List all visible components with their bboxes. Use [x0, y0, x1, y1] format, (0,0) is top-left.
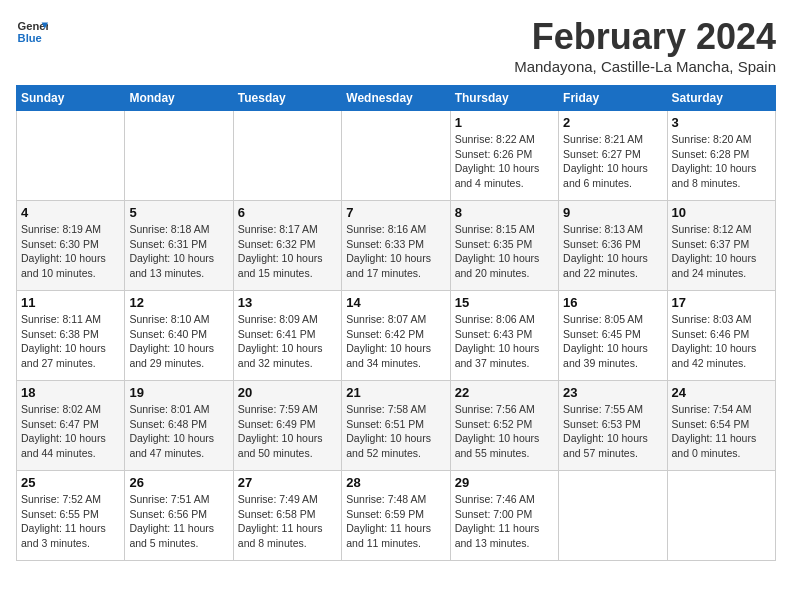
calendar-cell: 9Sunrise: 8:13 AM Sunset: 6:36 PM Daylig…: [559, 201, 667, 291]
calendar-cell: 4Sunrise: 8:19 AM Sunset: 6:30 PM Daylig…: [17, 201, 125, 291]
weekday-header: Wednesday: [342, 86, 450, 111]
calendar-table: SundayMondayTuesdayWednesdayThursdayFrid…: [16, 85, 776, 561]
calendar-cell: 20Sunrise: 7:59 AM Sunset: 6:49 PM Dayli…: [233, 381, 341, 471]
calendar-cell: 16Sunrise: 8:05 AM Sunset: 6:45 PM Dayli…: [559, 291, 667, 381]
day-number: 29: [455, 475, 554, 490]
calendar-cell: 21Sunrise: 7:58 AM Sunset: 6:51 PM Dayli…: [342, 381, 450, 471]
calendar-cell: 12Sunrise: 8:10 AM Sunset: 6:40 PM Dayli…: [125, 291, 233, 381]
day-info: Sunrise: 7:51 AM Sunset: 6:56 PM Dayligh…: [129, 492, 228, 551]
day-info: Sunrise: 7:46 AM Sunset: 7:00 PM Dayligh…: [455, 492, 554, 551]
day-number: 26: [129, 475, 228, 490]
day-info: Sunrise: 8:12 AM Sunset: 6:37 PM Dayligh…: [672, 222, 771, 281]
day-info: Sunrise: 7:55 AM Sunset: 6:53 PM Dayligh…: [563, 402, 662, 461]
calendar-cell: 29Sunrise: 7:46 AM Sunset: 7:00 PM Dayli…: [450, 471, 558, 561]
day-number: 24: [672, 385, 771, 400]
calendar-cell: 17Sunrise: 8:03 AM Sunset: 6:46 PM Dayli…: [667, 291, 775, 381]
day-number: 28: [346, 475, 445, 490]
calendar-cell: 8Sunrise: 8:15 AM Sunset: 6:35 PM Daylig…: [450, 201, 558, 291]
day-number: 6: [238, 205, 337, 220]
weekday-header: Monday: [125, 86, 233, 111]
calendar-cell: 13Sunrise: 8:09 AM Sunset: 6:41 PM Dayli…: [233, 291, 341, 381]
calendar-cell: 28Sunrise: 7:48 AM Sunset: 6:59 PM Dayli…: [342, 471, 450, 561]
weekday-header: Sunday: [17, 86, 125, 111]
header: General Blue February 2024 Mandayona, Ca…: [16, 16, 776, 75]
day-number: 15: [455, 295, 554, 310]
day-number: 7: [346, 205, 445, 220]
day-number: 20: [238, 385, 337, 400]
day-info: Sunrise: 8:19 AM Sunset: 6:30 PM Dayligh…: [21, 222, 120, 281]
weekday-header-row: SundayMondayTuesdayWednesdayThursdayFrid…: [17, 86, 776, 111]
day-number: 27: [238, 475, 337, 490]
day-info: Sunrise: 8:15 AM Sunset: 6:35 PM Dayligh…: [455, 222, 554, 281]
calendar-cell: 25Sunrise: 7:52 AM Sunset: 6:55 PM Dayli…: [17, 471, 125, 561]
day-info: Sunrise: 7:59 AM Sunset: 6:49 PM Dayligh…: [238, 402, 337, 461]
day-number: 5: [129, 205, 228, 220]
calendar-cell: 27Sunrise: 7:49 AM Sunset: 6:58 PM Dayli…: [233, 471, 341, 561]
calendar-cell: 22Sunrise: 7:56 AM Sunset: 6:52 PM Dayli…: [450, 381, 558, 471]
calendar-cell: 23Sunrise: 7:55 AM Sunset: 6:53 PM Dayli…: [559, 381, 667, 471]
day-info: Sunrise: 7:56 AM Sunset: 6:52 PM Dayligh…: [455, 402, 554, 461]
calendar-cell: 3Sunrise: 8:20 AM Sunset: 6:28 PM Daylig…: [667, 111, 775, 201]
weekday-header: Saturday: [667, 86, 775, 111]
day-number: 9: [563, 205, 662, 220]
logo-icon: General Blue: [16, 16, 48, 48]
calendar-cell: 10Sunrise: 8:12 AM Sunset: 6:37 PM Dayli…: [667, 201, 775, 291]
calendar-cell: [233, 111, 341, 201]
day-info: Sunrise: 7:49 AM Sunset: 6:58 PM Dayligh…: [238, 492, 337, 551]
calendar-week-row: 11Sunrise: 8:11 AM Sunset: 6:38 PM Dayli…: [17, 291, 776, 381]
weekday-header: Friday: [559, 86, 667, 111]
day-number: 13: [238, 295, 337, 310]
logo: General Blue: [16, 16, 48, 48]
day-number: 11: [21, 295, 120, 310]
calendar-cell: 26Sunrise: 7:51 AM Sunset: 6:56 PM Dayli…: [125, 471, 233, 561]
day-number: 21: [346, 385, 445, 400]
day-info: Sunrise: 7:48 AM Sunset: 6:59 PM Dayligh…: [346, 492, 445, 551]
calendar-cell: 24Sunrise: 7:54 AM Sunset: 6:54 PM Dayli…: [667, 381, 775, 471]
calendar-cell: 6Sunrise: 8:17 AM Sunset: 6:32 PM Daylig…: [233, 201, 341, 291]
calendar-subtitle: Mandayona, Castille-La Mancha, Spain: [514, 58, 776, 75]
calendar-cell: [667, 471, 775, 561]
calendar-cell: [125, 111, 233, 201]
day-number: 10: [672, 205, 771, 220]
calendar-week-row: 1Sunrise: 8:22 AM Sunset: 6:26 PM Daylig…: [17, 111, 776, 201]
day-info: Sunrise: 8:06 AM Sunset: 6:43 PM Dayligh…: [455, 312, 554, 371]
calendar-week-row: 4Sunrise: 8:19 AM Sunset: 6:30 PM Daylig…: [17, 201, 776, 291]
day-info: Sunrise: 8:09 AM Sunset: 6:41 PM Dayligh…: [238, 312, 337, 371]
day-number: 25: [21, 475, 120, 490]
calendar-cell: [17, 111, 125, 201]
day-info: Sunrise: 8:07 AM Sunset: 6:42 PM Dayligh…: [346, 312, 445, 371]
day-number: 16: [563, 295, 662, 310]
calendar-cell: 1Sunrise: 8:22 AM Sunset: 6:26 PM Daylig…: [450, 111, 558, 201]
calendar-cell: 15Sunrise: 8:06 AM Sunset: 6:43 PM Dayli…: [450, 291, 558, 381]
day-number: 2: [563, 115, 662, 130]
calendar-cell: 2Sunrise: 8:21 AM Sunset: 6:27 PM Daylig…: [559, 111, 667, 201]
day-info: Sunrise: 8:22 AM Sunset: 6:26 PM Dayligh…: [455, 132, 554, 191]
calendar-week-row: 18Sunrise: 8:02 AM Sunset: 6:47 PM Dayli…: [17, 381, 776, 471]
day-info: Sunrise: 8:11 AM Sunset: 6:38 PM Dayligh…: [21, 312, 120, 371]
weekday-header: Thursday: [450, 86, 558, 111]
calendar-week-row: 25Sunrise: 7:52 AM Sunset: 6:55 PM Dayli…: [17, 471, 776, 561]
day-number: 1: [455, 115, 554, 130]
day-info: Sunrise: 8:13 AM Sunset: 6:36 PM Dayligh…: [563, 222, 662, 281]
day-number: 14: [346, 295, 445, 310]
calendar-cell: 14Sunrise: 8:07 AM Sunset: 6:42 PM Dayli…: [342, 291, 450, 381]
day-info: Sunrise: 7:52 AM Sunset: 6:55 PM Dayligh…: [21, 492, 120, 551]
svg-text:General: General: [18, 20, 48, 32]
day-number: 3: [672, 115, 771, 130]
day-info: Sunrise: 8:01 AM Sunset: 6:48 PM Dayligh…: [129, 402, 228, 461]
day-info: Sunrise: 8:17 AM Sunset: 6:32 PM Dayligh…: [238, 222, 337, 281]
day-number: 23: [563, 385, 662, 400]
day-info: Sunrise: 8:02 AM Sunset: 6:47 PM Dayligh…: [21, 402, 120, 461]
calendar-cell: 5Sunrise: 8:18 AM Sunset: 6:31 PM Daylig…: [125, 201, 233, 291]
day-info: Sunrise: 8:16 AM Sunset: 6:33 PM Dayligh…: [346, 222, 445, 281]
day-number: 12: [129, 295, 228, 310]
day-number: 18: [21, 385, 120, 400]
weekday-header: Tuesday: [233, 86, 341, 111]
calendar-cell: 11Sunrise: 8:11 AM Sunset: 6:38 PM Dayli…: [17, 291, 125, 381]
day-number: 19: [129, 385, 228, 400]
day-info: Sunrise: 7:54 AM Sunset: 6:54 PM Dayligh…: [672, 402, 771, 461]
svg-text:Blue: Blue: [18, 32, 42, 44]
day-info: Sunrise: 8:05 AM Sunset: 6:45 PM Dayligh…: [563, 312, 662, 371]
calendar-cell: [342, 111, 450, 201]
calendar-cell: 18Sunrise: 8:02 AM Sunset: 6:47 PM Dayli…: [17, 381, 125, 471]
